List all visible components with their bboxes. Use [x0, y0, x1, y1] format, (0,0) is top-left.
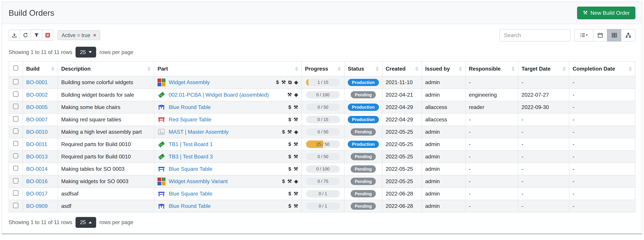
- row-checkbox[interactable]: [13, 141, 18, 146]
- issued-by-cell: admin: [422, 200, 466, 212]
- responsible-cell: engineering: [466, 89, 518, 101]
- part-link[interactable]: Widget Assembly: [169, 79, 210, 85]
- issued-by-cell: admin: [422, 151, 466, 163]
- part-link[interactable]: 002.01-PCBA | Widget Board (assembled): [169, 92, 269, 98]
- part-cell: Blue Round Table$⚒: [154, 200, 302, 212]
- build-order-link[interactable]: BO-0016: [26, 178, 48, 184]
- part-link[interactable]: TB3 | Test Board 3: [169, 154, 213, 160]
- refresh-button[interactable]: [20, 30, 31, 41]
- created-cell: 2022-04-29: [382, 113, 422, 126]
- part-link[interactable]: Widget Assembly Variant: [169, 178, 228, 184]
- remove-filter-chip-icon[interactable]: ×: [93, 33, 96, 38]
- column-header-target-date[interactable]: Target Date: [518, 61, 569, 76]
- description-cell: Building widget boards for sale: [58, 89, 154, 101]
- page-size-dropdown[interactable]: 25: [76, 217, 96, 228]
- created-cell: 2022-04-21: [382, 89, 422, 101]
- build-order-link[interactable]: BO-0005: [26, 104, 48, 110]
- row-checkbox[interactable]: [13, 79, 18, 84]
- row-checkbox[interactable]: [13, 104, 18, 109]
- build-order-link[interactable]: BO-0909: [26, 203, 48, 209]
- column-header-build[interactable]: Build: [23, 61, 58, 76]
- showing-rows-text: Showing 1 to 11 of 11 rows: [8, 219, 72, 225]
- table-view-button[interactable]: [607, 29, 621, 42]
- build-cell: BO-0005: [23, 101, 58, 113]
- part-link[interactable]: MAST | Master Assembly: [169, 129, 228, 135]
- row-checkbox[interactable]: [13, 190, 18, 196]
- target-date-cell: -: [518, 175, 569, 188]
- row-checkbox[interactable]: [13, 129, 18, 134]
- build-order-link[interactable]: BO-0011: [26, 141, 47, 147]
- build-order-link[interactable]: BO-0013: [26, 154, 48, 160]
- part-link[interactable]: Blue Round Table: [169, 104, 211, 110]
- part-flag-icons: $⚒: [286, 117, 298, 122]
- part-link[interactable]: Red Square Table: [169, 116, 212, 123]
- filter-button[interactable]: [31, 30, 42, 41]
- column-header-description[interactable]: Description: [58, 61, 154, 76]
- remove-filters-button[interactable]: [42, 30, 54, 41]
- created-cell: 2022-05-25: [382, 175, 422, 188]
- tree-view-button[interactable]: [621, 29, 636, 42]
- build-order-link[interactable]: BO-0010: [26, 129, 48, 135]
- shapes-icon: ◈: [294, 80, 298, 85]
- completion-date-cell: -: [569, 138, 635, 151]
- build-order-link[interactable]: BO-0017: [26, 191, 48, 197]
- row-checkbox[interactable]: [13, 116, 18, 122]
- description-text: Making tables for SO 0003: [61, 166, 124, 172]
- table-row: BO-0017asdfsafBlue Square Table$⚒0 / 1Pe…: [9, 188, 636, 200]
- target-date-cell: -: [518, 151, 569, 163]
- row-select-cell: [9, 76, 23, 88]
- dollar-icon: $: [288, 167, 291, 171]
- issued-by-cell: admin: [422, 163, 466, 175]
- part-link[interactable]: Blue Square Table: [169, 191, 212, 197]
- dollar-icon: $: [288, 204, 291, 208]
- description-text: Building widget boards for sale: [61, 92, 134, 98]
- column-label: Description: [61, 66, 90, 72]
- column-header-created[interactable]: Created: [382, 61, 422, 76]
- active-filter-chip[interactable]: Active = true ×: [58, 30, 100, 40]
- page-size-dropdown[interactable]: 25: [76, 47, 96, 57]
- part-link[interactable]: Blue Round Table: [169, 203, 211, 209]
- select-all-checkbox[interactable]: [13, 65, 18, 71]
- part-thumbnail-table-square-icon: [158, 190, 165, 198]
- row-checkbox[interactable]: [13, 91, 18, 97]
- part-thumbnail-table-round-icon: [158, 202, 165, 210]
- calendar-view-button[interactable]: [593, 29, 607, 42]
- column-header-progress[interactable]: Progress: [302, 61, 344, 76]
- caret-up-icon: [89, 221, 92, 223]
- build-order-link[interactable]: BO-0002: [26, 92, 48, 98]
- row-checkbox[interactable]: [13, 178, 18, 183]
- column-list-button[interactable]: [574, 29, 594, 42]
- row-checkbox[interactable]: [13, 166, 18, 171]
- completion-date-cell: -: [569, 200, 635, 212]
- build-orders-panel: Build Orders ⚒ New Build Order: [2, 2, 642, 234]
- build-orders-table: BuildDescriptionPartProgressStatusCreate…: [8, 61, 636, 213]
- download-button[interactable]: [8, 30, 20, 41]
- column-header-responsible[interactable]: Responsible: [466, 61, 518, 76]
- build-order-link[interactable]: BO-0014: [26, 166, 48, 172]
- build-order-link[interactable]: BO-0001: [26, 79, 48, 85]
- part-cell: Blue Square Table$⚒: [154, 188, 302, 200]
- part-link[interactable]: Blue Square Table: [169, 166, 212, 172]
- dollar-icon: $: [276, 80, 279, 85]
- row-select-cell: [9, 200, 23, 212]
- toolbar-button-group: [8, 30, 54, 41]
- part-link[interactable]: TB1 | Test Board 1: [169, 141, 213, 147]
- column-header-issued-by[interactable]: Issued by: [422, 61, 466, 76]
- new-build-order-button[interactable]: ⚒ New Build Order: [577, 7, 636, 19]
- progress-bar: 0 / 100: [306, 91, 340, 98]
- responsible-cell: -: [466, 188, 518, 200]
- description-cell: Making widgets for SO 0003: [58, 175, 154, 188]
- build-order-link[interactable]: BO-0007: [26, 116, 48, 123]
- copy-icon: ⧉: [288, 80, 292, 85]
- description-text: Making widgets for SO 0003: [61, 178, 128, 184]
- completion-date-cell: -: [569, 126, 635, 138]
- row-checkbox[interactable]: [13, 203, 18, 208]
- status-cell: Pending: [344, 175, 382, 188]
- build-cell: BO-0013: [23, 151, 58, 163]
- search-input[interactable]: [500, 29, 570, 42]
- column-header-status[interactable]: Status: [344, 61, 382, 76]
- row-checkbox[interactable]: [13, 153, 18, 159]
- build-cell: BO-0010: [23, 126, 58, 138]
- column-header-part[interactable]: Part: [154, 61, 302, 76]
- column-header-completion-date[interactable]: Completion Date: [569, 61, 635, 76]
